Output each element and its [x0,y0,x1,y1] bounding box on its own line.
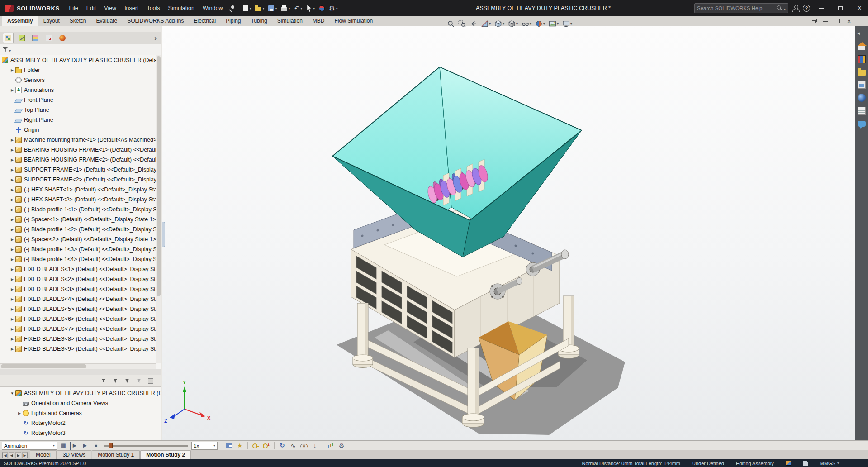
expand-icon[interactable] [9,208,15,212]
menu-item[interactable]: Insert [120,0,142,16]
slider-track[interactable] [104,445,188,447]
close-button[interactable] [852,0,867,16]
file-explorer-icon[interactable] [858,70,866,76]
feature-tree-item[interactable]: Front Plane [0,95,161,105]
motion-tree-item[interactable]: RotaryMotor2 [0,418,161,428]
tree-vertical-scrollbar[interactable] [156,55,161,363]
custom-properties-icon[interactable] [858,107,866,115]
feature-tree-item[interactable]: SUPPORT FRAME<1> (Default) <<Default>_Di… [0,165,161,175]
view-settings-icon[interactable] [561,19,574,29]
doc-minimize-icon[interactable] [822,18,829,25]
expand-icon[interactable] [9,68,15,72]
expand-icon[interactable] [9,337,15,341]
maximize-button[interactable] [833,0,848,16]
expand-icon[interactable] [9,218,15,222]
scrollbar-thumb[interactable] [1,364,86,368]
slider-thumb[interactable] [109,443,113,448]
document-tab[interactable]: Motion Study 1 [92,450,140,459]
account-icon[interactable] [792,5,799,12]
feature-tree-item[interactable]: (-) HEX SHAFT<2> (Default) <<Default>_Di… [0,195,161,205]
design-library-icon[interactable] [858,55,866,63]
tab-configurationmanager[interactable] [30,33,41,43]
new-document-icon[interactable] [242,2,252,14]
expand-icon[interactable] [9,267,15,272]
edit-appearance-icon[interactable] [534,19,546,29]
status-tag-icon[interactable] [803,461,808,466]
tab-propertymanager[interactable] [16,33,27,43]
feature-tree-item[interactable]: SUPPORT FRAME<2> (Default) <<Default>_Di… [0,175,161,185]
feature-tree-item[interactable]: BEARING HOUSING FRAME<2> (Default) <<Def… [0,155,161,165]
feature-tree-item[interactable]: (-) HEX SHAFT<1> (Default) <<Default>_Di… [0,185,161,195]
motion-filter-results-icon[interactable] [135,377,143,385]
play-from-start-icon[interactable] [70,442,79,450]
graphics-viewport[interactable]: Y X Z [162,26,855,440]
motion-tree-item[interactable]: Lights and Cameras [0,408,161,418]
zoom-to-area-icon[interactable] [457,19,467,29]
feature-tree-item[interactable]: FIXED BLADES<6> (Default) <<Default>_Dis… [0,314,161,324]
menu-item[interactable]: Edit [82,0,100,16]
scrollbar-thumb[interactable] [157,56,161,296]
motor-icon[interactable] [278,442,287,450]
play-icon[interactable] [81,442,90,450]
expand-icon[interactable] [9,287,15,291]
expand-icon[interactable] [9,297,15,301]
expand-icon[interactable] [16,411,23,415]
document-tab[interactable]: Motion Study 2 [140,450,191,459]
feature-tree-item[interactable]: Folder [0,65,161,75]
options-gear-icon[interactable] [327,2,339,14]
expand-icon[interactable] [9,248,15,252]
expand-icon[interactable] [9,327,15,331]
feature-tree-item[interactable]: FIXED BLADES<1> (Default) <<Default>_Dis… [0,264,161,274]
ribbon-tab[interactable]: Tubing [246,16,272,26]
motion-filter-animated-icon[interactable] [100,377,108,385]
solidworks-resources-icon[interactable] [858,45,865,50]
feature-tree-item[interactable]: Sensors [0,75,161,85]
motion-filter-selected-icon[interactable] [123,377,131,385]
motion-tree-item[interactable]: Orientation and Camera Views [0,398,161,408]
motion-tree-item[interactable]: RotaryMotor3 [0,428,161,438]
expand-icon[interactable] [9,158,15,162]
hide-show-items-icon[interactable] [520,19,533,29]
feature-tree-item[interactable]: (-) Blade profile 1<4> (Default) <<Defau… [0,254,161,264]
tab-displaymanager[interactable] [57,33,68,43]
expand-icon[interactable] [9,228,15,232]
feature-tree-item[interactable]: FIXED BLADES<9> (Default) <<Default>_Dis… [0,344,161,354]
apply-scene-icon[interactable] [547,19,560,29]
doc-close-icon[interactable] [845,18,853,25]
motion-collapse-all-icon[interactable] [147,377,155,385]
panel-splitter-handle[interactable] [162,222,165,247]
help-icon[interactable] [803,5,810,12]
feature-tree-item[interactable]: FIXED BLADES<7> (Default) <<Default>_Dis… [0,324,161,334]
doc-maximize-icon[interactable] [834,18,841,25]
feature-tree-item[interactable]: FIXED BLADES<5> (Default) <<Default>_Dis… [0,304,161,314]
tree-horizontal-scrollbar[interactable] [0,363,156,369]
motion-filter-driving-icon[interactable] [111,377,119,385]
expand-icon[interactable] [9,138,15,142]
ribbon-tab[interactable]: Flow Simulation [330,16,378,26]
display-style-icon[interactable] [507,19,519,29]
feature-tree-item[interactable]: BEARING HOUSING FRAME<1> (Default) <<Def… [0,145,161,155]
study-type-select[interactable]: Animation [2,442,57,450]
filter-caret-icon[interactable] [9,46,11,54]
filter-funnel-icon[interactable] [3,47,8,52]
feature-tree-item[interactable]: FIXED BLADES<4> (Default) <<Default>_Dis… [0,294,161,304]
menu-item[interactable]: File [65,0,82,16]
unit-system-selector[interactable]: MMGS [820,461,839,466]
feature-tree-item[interactable]: Top Plane [0,105,161,115]
viewport-3d-model[interactable]: Y X Z [162,26,855,440]
results-chart-icon[interactable] [326,442,335,450]
expand-icon[interactable] [9,317,15,321]
feature-tree-item[interactable]: (-) Spacer<2> (Default) <<Default>_Displ… [0,234,161,244]
ribbon-tab[interactable]: Simulation [272,16,308,26]
expand-icon[interactable] [9,148,15,152]
search-options-caret-icon[interactable] [784,4,786,12]
playback-speed-select[interactable]: 1x [191,442,218,450]
expand-icon[interactable] [9,88,15,92]
print-icon[interactable] [280,2,291,14]
tab-scroll-left-icon[interactable]: ◀ [9,452,14,458]
select-cursor-icon[interactable] [305,2,316,14]
feature-tree-item[interactable]: FIXED BLADES<3> (Default) <<Default>_Dis… [0,284,161,294]
ribbon-tab[interactable]: Evaluate [91,16,122,26]
feature-tree-item[interactable]: ASSEMBLY OF HEAVY DUTY PLASTIC CRUSHER (… [0,55,161,65]
open-document-icon[interactable] [254,2,266,14]
